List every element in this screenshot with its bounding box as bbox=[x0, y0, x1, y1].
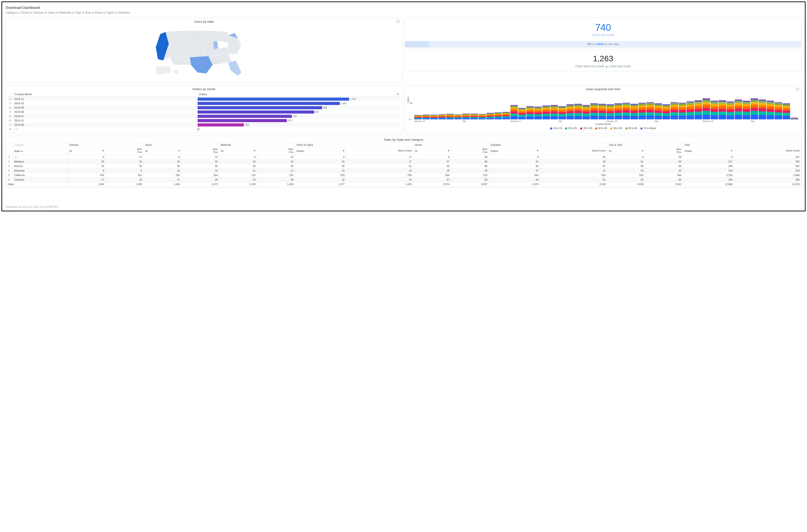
bar-row[interactable]: 946 bbox=[198, 106, 400, 110]
chart-bar[interactable] bbox=[550, 105, 558, 119]
us-map[interactable] bbox=[6, 24, 402, 82]
col-items-count[interactable]: Items Count bbox=[346, 147, 413, 155]
col-items-count[interactable]: ItemCou bbox=[106, 147, 144, 155]
col-items-count[interactable]: ItemCou bbox=[257, 147, 295, 155]
table-row[interactable]: 2Alabama25252020232416175760414361642112… bbox=[6, 159, 801, 164]
table-row[interactable]: 32019-09 bbox=[8, 106, 196, 110]
col-items-count[interactable]: ItemCou bbox=[451, 147, 489, 155]
chart-bar[interactable] bbox=[542, 106, 550, 119]
chart-bar[interactable] bbox=[606, 104, 614, 119]
chart-bar[interactable] bbox=[454, 115, 462, 119]
chart-bar[interactable] bbox=[534, 107, 542, 119]
col-items-count[interactable]: Items Count bbox=[734, 147, 801, 155]
chart-bar[interactable] bbox=[767, 101, 774, 119]
stacked-bar-chart[interactable]: Users 0 250 bbox=[408, 93, 799, 119]
table-row[interactable]: 5California24926126026421822525325950452… bbox=[6, 173, 801, 177]
chart-bar[interactable] bbox=[598, 104, 606, 119]
category-header[interactable]: Sweaters bbox=[489, 142, 607, 147]
col-state[interactable]: State bbox=[13, 147, 68, 155]
chart-bar[interactable] bbox=[526, 106, 534, 119]
table-row[interactable]: 4Arkansas9916161111151528283741333313415… bbox=[6, 168, 801, 173]
bar-row[interactable]: 1,081 bbox=[198, 101, 400, 106]
col-orders[interactable]: Orders bbox=[198, 92, 400, 97]
col-created-month[interactable]: Created Month bbox=[13, 92, 196, 97]
chart-bar[interactable] bbox=[631, 104, 638, 119]
chart-bar[interactable] bbox=[414, 115, 422, 119]
chart-bar[interactable] bbox=[574, 104, 582, 119]
chart-bar[interactable] bbox=[590, 103, 598, 119]
table-row[interactable]: 12019-11 bbox=[8, 97, 196, 101]
chart-bar[interactable] bbox=[662, 104, 670, 119]
col-orders[interactable]: Or bbox=[413, 147, 451, 155]
col-items-count[interactable]: ItemCou bbox=[181, 147, 219, 155]
chart-bar[interactable] bbox=[735, 99, 742, 119]
table-row[interactable]: 52019-07 bbox=[8, 114, 196, 118]
col-orders[interactable]: Or bbox=[607, 147, 645, 155]
table-row[interactable]: 10110140180170380400290167 bbox=[6, 155, 801, 159]
chart-bar[interactable] bbox=[622, 102, 630, 119]
chart-bar[interactable] bbox=[566, 104, 574, 119]
col-orders[interactable]: Or bbox=[68, 147, 106, 155]
category-header[interactable]: Pants & Capris bbox=[295, 142, 413, 147]
col-items-count[interactable]: ItemCou bbox=[645, 147, 683, 155]
chart-bar[interactable] bbox=[758, 99, 766, 119]
table-row[interactable]: 8 bbox=[8, 127, 196, 131]
chart-bar[interactable] bbox=[671, 102, 678, 119]
col-orders[interactable]: Or bbox=[144, 147, 181, 155]
chart-bar[interactable] bbox=[430, 115, 438, 119]
chart-bar[interactable] bbox=[702, 98, 710, 119]
col-items-count[interactable]: Items Count bbox=[540, 147, 607, 155]
sales-table[interactable]: CategoryDressesJeansMaternityPants & Cap… bbox=[6, 142, 801, 187]
chart-bar[interactable] bbox=[790, 118, 798, 119]
chart-bar[interactable] bbox=[711, 101, 718, 119]
chart-bar[interactable] bbox=[774, 102, 782, 119]
col-orders[interactable]: Orders bbox=[489, 147, 540, 155]
table-row[interactable]: 3Arizona32324040353550518588858768693484… bbox=[6, 164, 801, 168]
tile-users-acquired: Users acquired over time Users 0 250 Jan… bbox=[405, 85, 802, 133]
chart-bar[interactable] bbox=[486, 113, 494, 119]
chart-bar[interactable] bbox=[423, 115, 430, 119]
bar-row[interactable]: 679 bbox=[198, 118, 400, 122]
bar-row[interactable]: 716 bbox=[198, 114, 400, 118]
chart-bar[interactable] bbox=[582, 105, 590, 119]
chart-bar[interactable] bbox=[462, 114, 470, 119]
category-header[interactable]: Tops & Tees bbox=[607, 142, 683, 147]
table-row[interactable]: 22019-10 bbox=[8, 101, 196, 106]
chart-bar[interactable] bbox=[727, 101, 734, 119]
chart-bar[interactable] bbox=[470, 114, 478, 119]
col-orders[interactable]: Or bbox=[219, 147, 257, 155]
col-orders[interactable]: Orders bbox=[295, 147, 346, 155]
chart-bar[interactable] bbox=[518, 108, 526, 119]
chart-bar[interactable] bbox=[615, 103, 622, 119]
bar-row[interactable]: 887 bbox=[198, 110, 400, 114]
chart-bar[interactable] bbox=[783, 103, 790, 119]
chart-bar[interactable] bbox=[639, 102, 646, 119]
category-header[interactable]: Total bbox=[683, 142, 801, 147]
col-orders[interactable]: Orders bbox=[683, 147, 734, 155]
table-row[interactable]: 42019-08 bbox=[8, 110, 196, 114]
bar-row[interactable]: 0 bbox=[198, 127, 400, 131]
table-row[interactable]: 6Colorado2728272828281010676960616266244… bbox=[6, 177, 801, 182]
chart-bar[interactable] bbox=[558, 106, 566, 119]
chart-bar[interactable] bbox=[679, 102, 686, 119]
chart-bar[interactable] bbox=[751, 98, 758, 119]
category-header[interactable]: Dresses bbox=[68, 142, 144, 147]
chart-bar[interactable] bbox=[446, 114, 454, 119]
category-header[interactable]: Maternity bbox=[219, 142, 295, 147]
bar-row[interactable]: 1,151 bbox=[198, 97, 400, 101]
category-header[interactable]: Jeans bbox=[144, 142, 219, 147]
table-row[interactable]: 72019-06 bbox=[8, 122, 196, 127]
chart-bar[interactable] bbox=[655, 103, 662, 119]
chart-bar[interactable] bbox=[478, 114, 486, 119]
chart-bar[interactable] bbox=[510, 105, 518, 119]
chart-bar[interactable] bbox=[687, 101, 694, 119]
chart-bar[interactable] bbox=[494, 112, 502, 119]
category-header[interactable]: Shorts bbox=[413, 142, 489, 147]
chart-bar[interactable] bbox=[743, 101, 750, 119]
bar-row[interactable]: 353 bbox=[198, 122, 400, 127]
generated-timestamp: Generated on June 23, 2022 at 4:36 PM PD… bbox=[5, 201, 802, 208]
chart-bar[interactable] bbox=[502, 112, 510, 119]
chart-bar[interactable] bbox=[646, 102, 654, 119]
table-row[interactable]: 62019-12 bbox=[8, 118, 196, 122]
chart-bar[interactable] bbox=[438, 114, 446, 119]
